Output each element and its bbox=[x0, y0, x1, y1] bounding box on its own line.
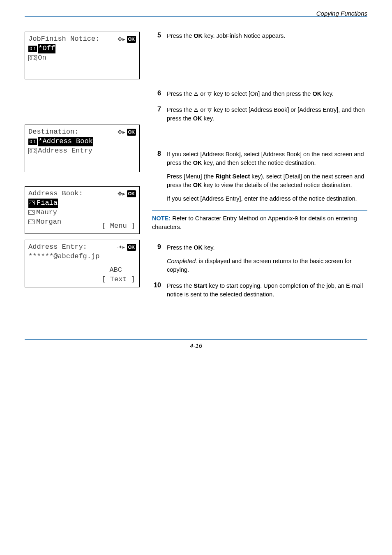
section-header: Copying Functions bbox=[25, 10, 367, 17]
note-box: NOTE: Refer to Character Entry Method on… bbox=[152, 210, 367, 235]
row-number: 0 2 bbox=[28, 55, 37, 61]
ok-badge-icon: OK bbox=[127, 244, 136, 251]
lcd-address-book: Address Book: ✥▸ OK Fiala Maury Morgan [… bbox=[25, 186, 140, 234]
step-number: 5 bbox=[152, 32, 161, 40]
ok-badge-icon: OK bbox=[127, 36, 136, 43]
nav-ok-indicator: ✥▸ OK bbox=[118, 190, 136, 198]
step-10: 10 Press the Start key to start copying.… bbox=[152, 282, 367, 299]
nav-arrows-icon: ✥▸ bbox=[118, 35, 125, 43]
option-text: On bbox=[38, 54, 46, 62]
step-6: 6 Press the or key to select [On] and th… bbox=[152, 90, 367, 98]
softkey-label: [ Text ] bbox=[29, 275, 135, 284]
right-column: 5 Press the OK key. JobFinish Notice app… bbox=[152, 32, 367, 306]
content-columns: JobFinish Notice: ✥▸ OK 0 1*Off 0 2On De bbox=[25, 32, 367, 306]
contact-text: Maury bbox=[36, 208, 57, 216]
row-number: 0 2 bbox=[28, 148, 37, 154]
mail-icon bbox=[28, 210, 35, 215]
selected-contact: Fiala bbox=[28, 199, 58, 208]
row-number: 0 1 bbox=[28, 46, 37, 52]
note-text: Refer to bbox=[171, 215, 195, 222]
note-link[interactable]: Appendix-9 bbox=[268, 215, 298, 222]
lcd-destination: Destination: ✥▸ OK 0 1*Address Book 0 2A… bbox=[25, 125, 140, 172]
softkey-label: [ Menu ] bbox=[29, 222, 135, 231]
step-7: 7 Press the or key to select [Address Bo… bbox=[152, 106, 367, 123]
lcd-title: JobFinish Notice: bbox=[28, 35, 99, 44]
row-number: 0 1 bbox=[28, 139, 37, 145]
option-text: Address Entry bbox=[38, 147, 92, 155]
note-link[interactable]: Character Entry Method on bbox=[195, 215, 267, 222]
softkey-row: ABC [ Text ] bbox=[29, 266, 135, 284]
step-5: 5 Press the OK key. JobFinish Notice app… bbox=[152, 32, 367, 40]
up-arrow-icon bbox=[194, 108, 198, 112]
up-arrow-icon bbox=[194, 92, 198, 96]
lcd-jobfinish-notice: JobFinish Notice: ✥▸ OK 0 1*Off 0 2On bbox=[25, 32, 140, 79]
ok-badge-icon: OK bbox=[127, 129, 136, 136]
spacer bbox=[25, 85, 140, 119]
note-label: NOTE: bbox=[152, 215, 171, 222]
nav-ok-indicator: ·✦▸ OK bbox=[117, 244, 136, 251]
step-text: Press the or key to select [On] and then… bbox=[167, 90, 367, 98]
cursor-arrows-icon: ·✦▸ bbox=[117, 244, 125, 250]
input-mode: ABC bbox=[29, 266, 135, 275]
step-number: 6 bbox=[152, 90, 161, 98]
selected-option: *Address Book bbox=[38, 137, 93, 146]
mail-icon bbox=[29, 201, 35, 205]
ok-badge-icon: OK bbox=[127, 190, 136, 197]
step-9: 9 Press the OK key. Completed. is displa… bbox=[152, 243, 367, 274]
spacer bbox=[25, 178, 140, 180]
step-8: 8 If you select [Address Book], select [… bbox=[152, 150, 367, 203]
left-column: JobFinish Notice: ✥▸ OK 0 1*Off 0 2On De bbox=[25, 32, 140, 306]
nav-ok-indicator: ✥▸ OK bbox=[118, 35, 136, 43]
step-number: 9 bbox=[152, 243, 161, 274]
lcd-title: Destination: bbox=[28, 127, 78, 137]
spacer bbox=[152, 48, 367, 90]
lcd-title: Address Book: bbox=[28, 189, 83, 199]
nav-arrows-icon: ✥▸ bbox=[118, 190, 125, 198]
step-text: Press the Start key to start copying. Up… bbox=[167, 282, 367, 299]
step-number: 8 bbox=[152, 150, 161, 203]
lcd-address-entry: Address Entry: ·✦▸ OK ******@abcdefg.jp … bbox=[25, 240, 140, 287]
step-text: Press the OK key. JobFinish Notice appea… bbox=[167, 32, 367, 40]
step-text: Press the OK key. Completed. is displaye… bbox=[167, 243, 367, 274]
down-arrow-icon bbox=[208, 109, 212, 113]
page-number: 4-16 bbox=[25, 339, 367, 349]
page: Copying Functions JobFinish Notice: ✥▸ O… bbox=[0, 0, 392, 361]
nav-arrows-icon: ✥▸ bbox=[118, 128, 125, 136]
down-arrow-icon bbox=[208, 92, 212, 97]
spacer bbox=[152, 130, 367, 150]
nav-ok-indicator: ✥▸ OK bbox=[118, 128, 136, 136]
step-number: 7 bbox=[152, 106, 161, 123]
step-number: 10 bbox=[152, 282, 161, 299]
step-text: If you select [Address Book], select [Ad… bbox=[167, 150, 367, 203]
entry-value: ******@abcdefg.jp bbox=[28, 252, 136, 261]
step-text: Press the or key to select [Address Book… bbox=[167, 106, 367, 123]
selected-option: *Off bbox=[38, 44, 55, 53]
lcd-title: Address Entry: bbox=[28, 243, 87, 252]
